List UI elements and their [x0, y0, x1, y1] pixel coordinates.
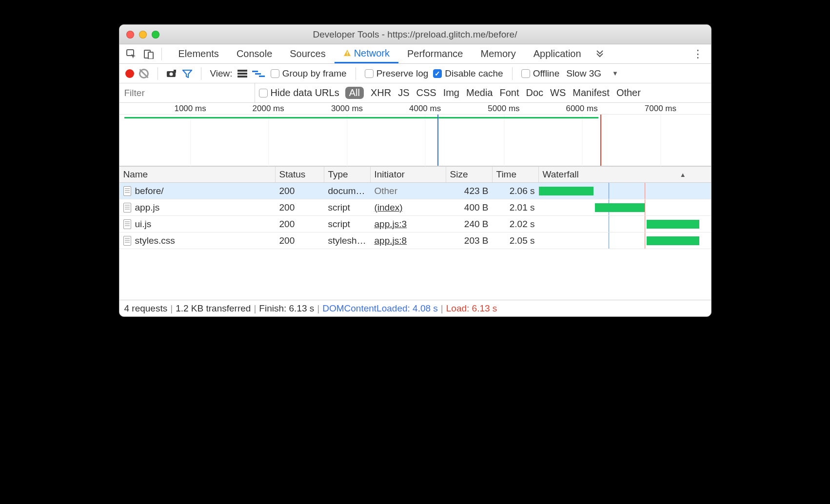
filter-toggle-icon[interactable]	[182, 69, 192, 78]
table-row[interactable]: before/200docum…Other423 B2.06 s	[119, 183, 711, 199]
svg-rect-8	[237, 70, 247, 72]
tab-label: Console	[237, 48, 272, 59]
type-filter-doc[interactable]: Doc	[526, 87, 543, 98]
type-filter-css[interactable]: CSS	[416, 87, 436, 98]
col-name[interactable]: Name	[119, 167, 276, 182]
initiator-link[interactable]: app.js:3	[375, 219, 407, 230]
tick: 2000 ms	[253, 104, 284, 114]
type-filter-font[interactable]: Font	[499, 87, 519, 98]
chevron-down-icon[interactable]: ▼	[612, 70, 618, 77]
hide-data-urls-checkbox[interactable]: Hide data URLs	[259, 87, 339, 98]
initiator-link[interactable]: (index)	[375, 202, 403, 213]
type-filter-img[interactable]: Img	[443, 87, 459, 98]
devtools-window: Developer Tools - https://preload.glitch…	[119, 24, 711, 317]
cell-time: 2.06 s	[493, 186, 539, 196]
type-filter-ws[interactable]: WS	[550, 87, 566, 98]
tick: 1000 ms	[174, 104, 206, 114]
filter-input[interactable]	[119, 83, 255, 102]
checkbox-box	[521, 69, 530, 78]
col-status[interactable]: Status	[276, 167, 324, 182]
type-filter-other[interactable]: Other	[616, 87, 641, 98]
tab-sources[interactable]: Sources	[281, 44, 334, 63]
inspect-element-icon[interactable]	[122, 45, 140, 63]
cell-type: script	[324, 219, 371, 230]
requests-table: Name Status Type Initiator Size Time Wat…	[119, 166, 711, 300]
preserve-log-checkbox[interactable]: Preserve log	[365, 68, 429, 79]
tab-label: Memory	[481, 48, 516, 59]
cell-initiator: app.js:8	[371, 235, 446, 246]
status-finish: Finish: 6.13 s	[259, 303, 314, 314]
type-filter-manifest[interactable]: Manifest	[573, 87, 610, 98]
cell-name: before/	[119, 186, 276, 196]
tab-elements[interactable]: Elements	[170, 44, 228, 63]
svg-rect-10	[237, 76, 247, 78]
device-toolbar-icon[interactable]	[140, 45, 158, 63]
waterfall-bar	[595, 203, 645, 212]
table-row[interactable]: ui.js200scriptapp.js:3240 B2.02 s	[119, 216, 711, 233]
col-initiator[interactable]: Initiator	[371, 167, 446, 182]
timeline-overview[interactable]: 1000 ms 2000 ms 3000 ms 4000 ms 5000 ms …	[119, 103, 711, 166]
svg-rect-4	[347, 55, 348, 56]
col-type[interactable]: Type	[324, 167, 371, 182]
checkbox-box: ✓	[433, 69, 442, 78]
tab-memory[interactable]: Memory	[472, 44, 525, 63]
type-filter-js[interactable]: JS	[398, 87, 409, 98]
cell-name: app.js	[119, 202, 276, 213]
tick: 7000 ms	[645, 104, 676, 114]
svg-rect-0	[127, 50, 134, 56]
svg-rect-11	[252, 71, 258, 72]
tab-performance[interactable]: Performance	[398, 44, 472, 63]
tab-application[interactable]: Application	[525, 44, 590, 63]
cell-status: 200	[276, 219, 324, 230]
traffic-lights	[126, 31, 159, 39]
table-row[interactable]: app.js200script(index)400 B2.01 s	[119, 199, 711, 216]
cell-size: 203 B	[446, 235, 493, 246]
waterfall-bar	[647, 236, 700, 245]
svg-rect-7	[174, 70, 176, 73]
svg-rect-9	[237, 73, 247, 75]
minimize-icon[interactable]	[139, 31, 147, 39]
cell-size: 240 B	[446, 219, 493, 230]
col-time[interactable]: Time	[493, 167, 539, 182]
cell-time: 2.01 s	[493, 202, 539, 213]
sort-indicator-icon: ▲	[680, 171, 686, 178]
cell-waterfall	[539, 233, 700, 249]
disable-cache-checkbox[interactable]: ✓ Disable cache	[433, 68, 503, 79]
tick: 3000 ms	[331, 104, 363, 114]
maximize-icon[interactable]	[152, 31, 159, 39]
clear-button[interactable]	[139, 69, 149, 78]
table-row[interactable]: styles.css200stylesh…app.js:8203 B2.05 s	[119, 233, 711, 249]
large-rows-icon[interactable]	[237, 70, 247, 78]
settings-menu-icon[interactable]: ⋮	[692, 48, 703, 60]
type-filter-xhr[interactable]: XHR	[371, 87, 391, 98]
cell-type: docum…	[324, 186, 371, 196]
window-title: Developer Tools - https://preload.glitch…	[126, 29, 704, 40]
throttling-select[interactable]: Slow 3G	[566, 68, 601, 79]
cell-initiator: Other	[371, 186, 446, 196]
tab-label: Application	[534, 48, 581, 59]
checkbox-label: Offline	[533, 68, 560, 79]
group-by-frame-checkbox[interactable]: Group by frame	[271, 68, 347, 79]
divider	[158, 67, 158, 80]
close-icon[interactable]	[126, 31, 134, 39]
initiator-link[interactable]: app.js:8	[375, 235, 407, 246]
record-button[interactable]	[125, 69, 134, 78]
request-name: styles.css	[135, 235, 175, 246]
warning-icon	[343, 49, 351, 57]
more-tabs-icon[interactable]	[595, 48, 605, 60]
screenshots-icon[interactable]	[167, 70, 178, 78]
titlebar: Developer Tools - https://preload.glitch…	[119, 25, 711, 44]
offline-checkbox[interactable]: Offline	[521, 68, 560, 79]
overview-icon[interactable]	[252, 70, 266, 78]
cell-waterfall	[539, 216, 700, 232]
cell-waterfall	[539, 183, 700, 199]
tab-network[interactable]: Network	[335, 44, 398, 63]
col-waterfall[interactable]: Waterfall ▲	[539, 167, 700, 182]
tab-console[interactable]: Console	[228, 44, 281, 63]
checkbox-label: Group by frame	[282, 68, 347, 79]
type-filter-media[interactable]: Media	[466, 87, 493, 98]
col-size[interactable]: Size	[446, 167, 493, 182]
type-filter-all[interactable]: All	[345, 87, 364, 99]
cell-type: script	[324, 202, 371, 213]
cell-size: 400 B	[446, 202, 493, 213]
